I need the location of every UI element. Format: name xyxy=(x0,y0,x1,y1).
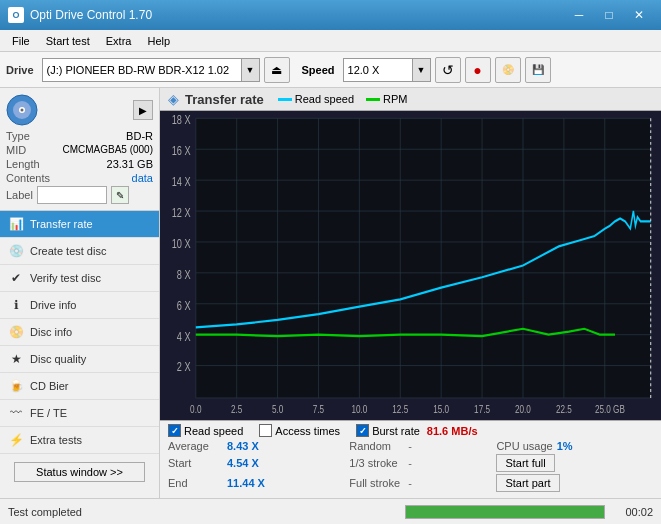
nav-drive-info-label: Drive info xyxy=(30,299,76,311)
average-row: Average 8.43 X xyxy=(168,440,345,452)
nav-extra-tests-label: Extra tests xyxy=(30,434,82,446)
svg-point-3 xyxy=(21,109,24,112)
random-label: Random xyxy=(349,440,404,452)
legend-read-speed: Read speed xyxy=(278,93,354,105)
full-stroke-label: Full stroke xyxy=(349,477,404,489)
legend-rpm: RPM xyxy=(366,93,407,105)
nav-disc-quality-label: Disc quality xyxy=(30,353,86,365)
mid-label: MID xyxy=(6,144,26,156)
speed-select-arrow[interactable]: ▼ xyxy=(413,58,431,82)
disc-mid-row: MID CMCMAGBA5 (000) xyxy=(6,144,153,156)
drive-select[interactable]: (J:) PIONEER BD-RW BDR-X12 1.02 xyxy=(42,58,242,82)
maximize-button[interactable]: □ xyxy=(595,4,623,26)
drive-label: Drive xyxy=(6,64,34,76)
label-input[interactable] xyxy=(37,186,107,204)
svg-text:12 X: 12 X xyxy=(172,205,191,219)
record-button[interactable]: ● xyxy=(465,57,491,83)
disc-contents-row: Contents data xyxy=(6,172,153,184)
cpu-usage-value: 1% xyxy=(557,440,573,452)
menu-start-test[interactable]: Start test xyxy=(38,30,98,51)
start-part-row: Start part xyxy=(496,474,653,492)
random-value: - xyxy=(408,440,412,452)
media-button[interactable]: 📀 xyxy=(495,57,521,83)
transfer-rate-icon: 📊 xyxy=(8,216,24,232)
nav-fe-te[interactable]: 〰 FE / TE xyxy=(0,400,159,427)
access-times-checkbox-item: Access times xyxy=(259,424,340,437)
menu-extra[interactable]: Extra xyxy=(98,30,140,51)
chart-legend: Read speed RPM xyxy=(278,93,408,105)
nav-fe-te-label: FE / TE xyxy=(30,407,67,419)
chart-header: ◈ Transfer rate Read speed RPM xyxy=(160,88,661,111)
average-label: Average xyxy=(168,440,223,452)
window-controls: ─ □ ✕ xyxy=(565,4,653,26)
status-window-button[interactable]: Status window >> xyxy=(14,462,145,482)
nav-cd-bier[interactable]: 🍺 CD Bier xyxy=(0,373,159,400)
drive-info-icon: ℹ xyxy=(8,297,24,313)
nav-transfer-rate-label: Transfer rate xyxy=(30,218,93,230)
left-panel: ▶ Type BD-R MID CMCMAGBA5 (000) Length 2… xyxy=(0,88,160,498)
length-label: Length xyxy=(6,158,40,170)
chart-container: 18 X 16 X 14 X 12 X 10 X 8 X 6 X 4 X 2 X… xyxy=(160,111,661,420)
nav-verify-test-disc[interactable]: ✔ Verify test disc xyxy=(0,265,159,292)
menu-help[interactable]: Help xyxy=(139,30,178,51)
refresh-button[interactable]: ↺ xyxy=(435,57,461,83)
random-row: Random - xyxy=(349,440,492,452)
disc-length-row: Length 23.31 GB xyxy=(6,158,153,170)
length-value: 23.31 GB xyxy=(107,158,153,170)
progress-bar-container xyxy=(405,505,605,519)
nav-transfer-rate[interactable]: 📊 Transfer rate xyxy=(0,211,159,238)
stats-area: ✓ Read speed Access times ✓ Burst rate 8… xyxy=(160,420,661,498)
svg-text:20.0: 20.0 xyxy=(515,402,531,415)
svg-text:10 X: 10 X xyxy=(172,236,191,250)
disc-next-button[interactable]: ▶ xyxy=(133,100,153,120)
svg-text:12.5: 12.5 xyxy=(392,402,408,415)
burst-rate-checkbox[interactable]: ✓ xyxy=(356,424,369,437)
nav-disc-quality[interactable]: ★ Disc quality xyxy=(0,346,159,373)
svg-text:18 X: 18 X xyxy=(172,113,191,127)
menu-bar: File Start test Extra Help xyxy=(0,30,661,52)
burst-rate-checkbox-label: Burst rate xyxy=(372,425,420,437)
nav-menu: 📊 Transfer rate 💿 Create test disc ✔ Ver… xyxy=(0,211,159,454)
svg-text:5.0: 5.0 xyxy=(272,402,284,415)
drive-select-arrow[interactable]: ▼ xyxy=(242,58,260,82)
close-button[interactable]: ✕ xyxy=(625,4,653,26)
start-part-button[interactable]: Start part xyxy=(496,474,559,492)
speed-select[interactable]: 12.0 X xyxy=(343,58,413,82)
access-times-checkbox-label: Access times xyxy=(275,425,340,437)
burst-rate-value: 81.6 MB/s xyxy=(427,425,478,437)
save-button[interactable]: 💾 xyxy=(525,57,551,83)
label-label: Label xyxy=(6,189,33,201)
nav-extra-tests[interactable]: ⚡ Extra tests xyxy=(0,427,159,454)
fe-te-icon: 〰 xyxy=(8,405,24,421)
third-stroke-row: 1/3 stroke - xyxy=(349,454,492,472)
nav-disc-info[interactable]: 📀 Disc info xyxy=(0,319,159,346)
read-speed-checkbox-label: Read speed xyxy=(184,425,243,437)
disc-info-panel: ▶ Type BD-R MID CMCMAGBA5 (000) Length 2… xyxy=(0,88,159,211)
create-disc-icon: 💿 xyxy=(8,243,24,259)
progress-bar xyxy=(406,506,604,518)
disc-icon xyxy=(6,94,38,126)
menu-file[interactable]: File xyxy=(4,30,38,51)
type-label: Type xyxy=(6,130,30,142)
read-speed-checkbox[interactable]: ✓ xyxy=(168,424,181,437)
svg-text:2 X: 2 X xyxy=(177,360,191,374)
end-row: End 11.44 X xyxy=(168,474,345,492)
nav-drive-info[interactable]: ℹ Drive info xyxy=(0,292,159,319)
start-full-button[interactable]: Start full xyxy=(496,454,554,472)
type-value: BD-R xyxy=(126,130,153,142)
legend-read-speed-color xyxy=(278,98,292,101)
disc-label-row: Label ✎ xyxy=(6,186,153,204)
svg-text:22.5: 22.5 xyxy=(556,402,572,415)
minimize-button[interactable]: ─ xyxy=(565,4,593,26)
svg-text:4 X: 4 X xyxy=(177,329,191,343)
nav-create-test-disc[interactable]: 💿 Create test disc xyxy=(0,238,159,265)
contents-label: Contents xyxy=(6,172,50,184)
svg-text:2.5: 2.5 xyxy=(231,402,243,415)
start-value: 4.54 X xyxy=(227,457,259,469)
legend-rpm-label: RPM xyxy=(383,93,407,105)
access-times-checkbox[interactable] xyxy=(259,424,272,437)
label-edit-button[interactable]: ✎ xyxy=(111,186,129,204)
toolbar: Drive (J:) PIONEER BD-RW BDR-X12 1.02 ▼ … xyxy=(0,52,661,88)
eject-button[interactable]: ⏏ xyxy=(264,57,290,83)
cpu-usage-row: CPU usage 1% xyxy=(496,440,653,452)
